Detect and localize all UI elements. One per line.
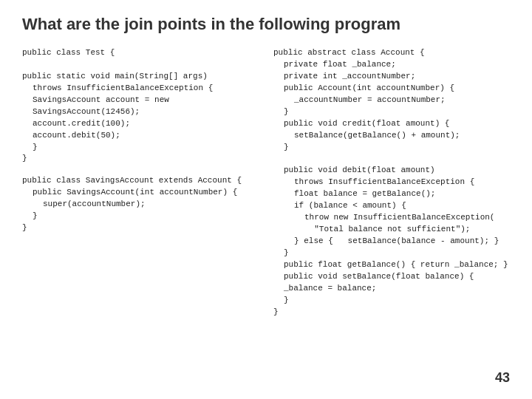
- slide-title: What are the join points in the followin…: [22, 15, 510, 34]
- savings-account-class-block: public class SavingsAccount extends Acco…: [22, 175, 259, 234]
- code-line: float balance = getBalance();: [273, 188, 510, 200]
- code-line: public void debit(float amount): [273, 165, 510, 177]
- code-line: } else { setBalance(balance - amount); }: [273, 236, 510, 248]
- left-column: public class Test { public static void m…: [22, 47, 259, 329]
- code-line: account.debit(50);: [22, 130, 259, 142]
- code-line: throw new InsufficientBalanceException(: [273, 212, 510, 224]
- code-line: }: [273, 307, 510, 318]
- code-line: }: [22, 153, 259, 165]
- code-line: public static void main(String[] args): [22, 71, 259, 83]
- code-line: [273, 153, 510, 165]
- code-line: SavingsAccount(12456);: [22, 106, 259, 118]
- code-line: public void credit(float amount) {: [273, 118, 510, 130]
- code-line: _accountNumber = accountNumber;: [273, 95, 510, 106]
- slide: What are the join points in the followin…: [0, 0, 532, 399]
- code-line: }: [22, 222, 259, 234]
- code-line: }: [273, 106, 510, 118]
- right-column: public abstract class Account { private …: [273, 47, 510, 329]
- code-line: public abstract class Account {: [273, 47, 510, 59]
- code-line: throws InsufficientBalanceException {: [273, 177, 510, 188]
- code-line: }: [273, 248, 510, 259]
- code-line: [22, 59, 259, 71]
- code-line: public float getBalance() { return _bala…: [273, 259, 510, 271]
- code-line: account.credit(100);: [22, 118, 259, 130]
- slide-number: 43: [495, 370, 510, 386]
- code-line: public void setBalance(float balance) { …: [273, 271, 510, 295]
- code-line: throws InsufficientBalanceException {: [22, 83, 259, 95]
- code-line: "Total balance not sufficient");: [273, 224, 510, 236]
- code-line: }: [273, 142, 510, 154]
- code-line: private float _balance;: [273, 59, 510, 71]
- account-abstract-class-block: public abstract class Account { private …: [273, 47, 510, 318]
- code-line: if (balance < amount) {: [273, 200, 510, 212]
- code-line: public class SavingsAccount extends Acco…: [22, 175, 259, 187]
- code-line: }: [22, 211, 259, 222]
- code-line: }: [22, 142, 259, 154]
- test-class-block: public class Test { public static void m…: [22, 47, 259, 165]
- content-area: public class Test { public static void m…: [22, 47, 510, 329]
- code-line: public Account(int accountNumber) {: [273, 83, 510, 95]
- code-line: setBalance(getBalance() + amount);: [273, 130, 510, 142]
- code-line: }: [273, 295, 510, 307]
- code-line: super(accountNumber);: [22, 199, 259, 211]
- code-line: public SavingsAccount(int accountNumber)…: [22, 187, 259, 199]
- code-line: public class Test {: [22, 47, 259, 59]
- code-line: SavingsAccount account = new: [22, 95, 259, 106]
- code-line: private int _accountNumber;: [273, 71, 510, 83]
